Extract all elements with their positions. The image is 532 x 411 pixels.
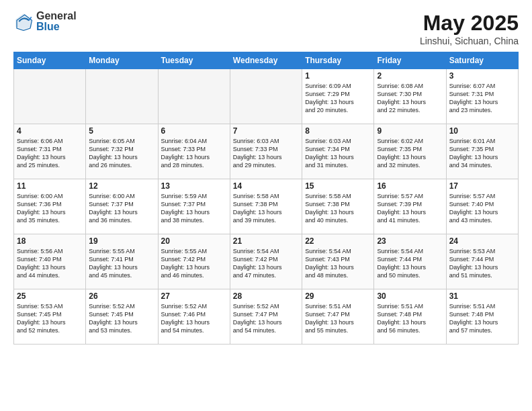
day-info: Sunrise: 6:09 AMSunset: 7:29 PMDaylight:… <box>305 82 371 115</box>
day-number: 28 <box>233 291 299 301</box>
calendar-cell <box>14 69 86 124</box>
day-number: 23 <box>377 236 443 246</box>
day-info: Sunrise: 5:58 AMSunset: 7:38 PMDaylight:… <box>305 192 371 225</box>
day-info: Sunrise: 5:58 AMSunset: 7:38 PMDaylight:… <box>233 192 299 225</box>
title-block: May 2025 Linshui, Sichuan, China <box>420 11 519 46</box>
week-row-2: 4Sunrise: 6:06 AMSunset: 7:31 PMDaylight… <box>14 124 519 179</box>
day-number: 17 <box>449 181 515 191</box>
day-number: 31 <box>449 291 515 301</box>
calendar-cell: 17Sunrise: 5:57 AMSunset: 7:40 PMDayligh… <box>446 179 518 234</box>
day-info: Sunrise: 5:55 AMSunset: 7:41 PMDaylight:… <box>89 247 154 280</box>
day-number: 20 <box>161 236 227 246</box>
day-info: Sunrise: 5:53 AMSunset: 7:45 PMDaylight:… <box>17 302 83 335</box>
calendar-cell: 20Sunrise: 5:55 AMSunset: 7:42 PMDayligh… <box>158 234 230 289</box>
day-number: 21 <box>233 236 299 246</box>
day-info: Sunrise: 5:57 AMSunset: 7:39 PMDaylight:… <box>377 192 443 225</box>
day-number: 2 <box>377 71 443 81</box>
day-info: Sunrise: 5:52 AMSunset: 7:46 PMDaylight:… <box>161 302 227 335</box>
day-info: Sunrise: 5:51 AMSunset: 7:48 PMDaylight:… <box>377 302 443 335</box>
day-number: 13 <box>161 181 227 191</box>
calendar-cell: 31Sunrise: 5:51 AMSunset: 7:48 PMDayligh… <box>446 289 518 345</box>
day-number: 15 <box>305 181 371 191</box>
week-row-5: 25Sunrise: 5:53 AMSunset: 7:45 PMDayligh… <box>14 289 519 345</box>
day-info: Sunrise: 5:52 AMSunset: 7:45 PMDaylight:… <box>89 302 154 335</box>
logo-blue-text: Blue <box>36 21 77 32</box>
calendar-cell: 5Sunrise: 6:05 AMSunset: 7:32 PMDaylight… <box>86 124 158 179</box>
day-number: 18 <box>17 236 83 246</box>
calendar-cell: 15Sunrise: 5:58 AMSunset: 7:38 PMDayligh… <box>302 179 374 234</box>
day-number: 4 <box>17 126 83 136</box>
subtitle: Linshui, Sichuan, China <box>420 36 519 46</box>
weekday-header-tuesday: Tuesday <box>158 52 230 69</box>
weekday-header-sunday: Sunday <box>14 52 86 69</box>
day-number: 30 <box>377 291 443 301</box>
day-number: 26 <box>89 291 154 301</box>
calendar-cell: 9Sunrise: 6:02 AMSunset: 7:35 PMDaylight… <box>374 124 446 179</box>
calendar-cell: 14Sunrise: 5:58 AMSunset: 7:38 PMDayligh… <box>230 179 302 234</box>
day-info: Sunrise: 6:00 AMSunset: 7:36 PMDaylight:… <box>17 192 83 225</box>
calendar-cell: 4Sunrise: 6:06 AMSunset: 7:31 PMDaylight… <box>14 124 86 179</box>
day-number: 7 <box>233 126 299 136</box>
calendar-cell: 3Sunrise: 6:07 AMSunset: 7:31 PMDaylight… <box>446 69 518 124</box>
day-info: Sunrise: 6:08 AMSunset: 7:30 PMDaylight:… <box>377 82 443 115</box>
day-info: Sunrise: 5:51 AMSunset: 7:47 PMDaylight:… <box>305 302 371 335</box>
logo-icon <box>13 11 34 32</box>
day-info: Sunrise: 5:54 AMSunset: 7:42 PMDaylight:… <box>233 247 299 280</box>
calendar-cell: 28Sunrise: 5:52 AMSunset: 7:47 PMDayligh… <box>230 289 302 345</box>
weekday-header-monday: Monday <box>86 52 158 69</box>
main-title: May 2025 <box>420 11 519 36</box>
day-info: Sunrise: 5:53 AMSunset: 7:44 PMDaylight:… <box>449 247 515 280</box>
calendar-cell: 7Sunrise: 6:03 AMSunset: 7:33 PMDaylight… <box>230 124 302 179</box>
header: General Blue May 2025 Linshui, Sichuan, … <box>13 11 519 46</box>
calendar-cell: 27Sunrise: 5:52 AMSunset: 7:46 PMDayligh… <box>158 289 230 345</box>
day-info: Sunrise: 6:00 AMSunset: 7:37 PMDaylight:… <box>89 192 154 225</box>
day-info: Sunrise: 5:55 AMSunset: 7:42 PMDaylight:… <box>161 247 227 280</box>
day-info: Sunrise: 5:59 AMSunset: 7:37 PMDaylight:… <box>161 192 227 225</box>
weekday-header-thursday: Thursday <box>302 52 374 69</box>
day-info: Sunrise: 5:56 AMSunset: 7:40 PMDaylight:… <box>17 247 83 280</box>
calendar-cell: 11Sunrise: 6:00 AMSunset: 7:36 PMDayligh… <box>14 179 86 234</box>
day-number: 16 <box>377 181 443 191</box>
day-number: 29 <box>305 291 371 301</box>
calendar-cell <box>86 69 158 124</box>
day-info: Sunrise: 6:05 AMSunset: 7:32 PMDaylight:… <box>89 137 154 170</box>
day-info: Sunrise: 5:51 AMSunset: 7:48 PMDaylight:… <box>449 302 515 335</box>
calendar-cell: 26Sunrise: 5:52 AMSunset: 7:45 PMDayligh… <box>86 289 158 345</box>
day-info: Sunrise: 6:03 AMSunset: 7:34 PMDaylight:… <box>305 137 371 170</box>
weekday-header-saturday: Saturday <box>446 52 518 69</box>
day-number: 6 <box>161 126 227 136</box>
week-row-1: 1Sunrise: 6:09 AMSunset: 7:29 PMDaylight… <box>14 69 519 124</box>
day-info: Sunrise: 5:52 AMSunset: 7:47 PMDaylight:… <box>233 302 299 335</box>
day-number: 1 <box>305 71 371 81</box>
calendar-cell <box>158 69 230 124</box>
calendar-cell: 25Sunrise: 5:53 AMSunset: 7:45 PMDayligh… <box>14 289 86 345</box>
day-info: Sunrise: 5:57 AMSunset: 7:40 PMDaylight:… <box>449 192 515 225</box>
calendar-cell: 8Sunrise: 6:03 AMSunset: 7:34 PMDaylight… <box>302 124 374 179</box>
calendar-cell: 1Sunrise: 6:09 AMSunset: 7:29 PMDaylight… <box>302 69 374 124</box>
day-info: Sunrise: 6:02 AMSunset: 7:35 PMDaylight:… <box>377 137 443 170</box>
day-info: Sunrise: 5:54 AMSunset: 7:44 PMDaylight:… <box>377 247 443 280</box>
day-number: 11 <box>17 181 83 191</box>
day-info: Sunrise: 6:07 AMSunset: 7:31 PMDaylight:… <box>449 82 515 115</box>
weekday-header-wednesday: Wednesday <box>230 52 302 69</box>
day-number: 10 <box>449 126 515 136</box>
day-number: 22 <box>305 236 371 246</box>
weekday-header-friday: Friday <box>374 52 446 69</box>
calendar-cell <box>230 69 302 124</box>
week-row-3: 11Sunrise: 6:00 AMSunset: 7:36 PMDayligh… <box>14 179 519 234</box>
weekday-header-row: SundayMondayTuesdayWednesdayThursdayFrid… <box>14 52 519 69</box>
logo: General Blue <box>13 11 77 32</box>
day-number: 14 <box>233 181 299 191</box>
day-number: 25 <box>17 291 83 301</box>
day-number: 3 <box>449 71 515 81</box>
day-number: 8 <box>305 126 371 136</box>
day-number: 27 <box>161 291 227 301</box>
day-info: Sunrise: 6:06 AMSunset: 7:31 PMDaylight:… <box>17 137 83 170</box>
calendar-cell: 23Sunrise: 5:54 AMSunset: 7:44 PMDayligh… <box>374 234 446 289</box>
calendar-cell: 18Sunrise: 5:56 AMSunset: 7:40 PMDayligh… <box>14 234 86 289</box>
day-number: 12 <box>89 181 154 191</box>
calendar-cell: 22Sunrise: 5:54 AMSunset: 7:43 PMDayligh… <box>302 234 374 289</box>
day-info: Sunrise: 6:03 AMSunset: 7:33 PMDaylight:… <box>233 137 299 170</box>
day-number: 19 <box>89 236 154 246</box>
day-info: Sunrise: 6:04 AMSunset: 7:33 PMDaylight:… <box>161 137 227 170</box>
